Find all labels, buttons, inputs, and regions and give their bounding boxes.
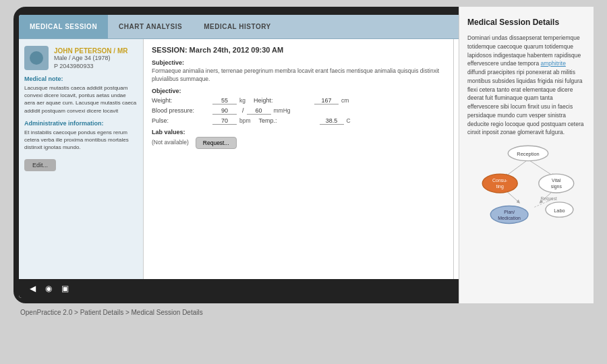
subjective-heading: Subjective: (152, 59, 445, 66)
svg-text:Reception: Reception (517, 151, 539, 157)
weight-unit: kg (239, 97, 245, 104)
home-icon[interactable]: ◉ (45, 284, 52, 293)
back-icon[interactable]: ◀ (30, 284, 36, 293)
patient-avatar (24, 46, 49, 70)
tab-medical-history[interactable]: MEDICAL HISTORY (193, 15, 282, 38)
admin-info-title: Administrative information: (24, 120, 138, 127)
height-unit: cm (341, 97, 349, 104)
height-label: Height: (254, 97, 314, 104)
temp-label: Temp.: (259, 117, 320, 124)
pulse-label: Pulse: (152, 117, 212, 124)
bp-label: Blood pressure: (152, 107, 212, 114)
workflow-diagram: Request Reception Consu- ting (467, 140, 585, 230)
medical-note-title: Medical note: (24, 75, 138, 82)
svg-text:Medication: Medication (498, 216, 521, 220)
patient-gender-age: Male / Age 34 (1978) (54, 55, 127, 61)
avatar-person-icon (30, 51, 43, 65)
svg-point-8 (482, 174, 517, 193)
description-title: Medical Session Details (467, 16, 585, 28)
svg-point-11 (539, 174, 574, 193)
patient-header: JOHN PETERSON / MR Male / Age 34 (1978) … (24, 46, 138, 70)
svg-text:ting: ting (496, 184, 504, 189)
lab-section: Lab values: (Not available) Request... (152, 129, 445, 149)
pulse-row: Pulse: 70 bpm Temp.: 38.5 C (152, 117, 445, 125)
weight-value: 55 (212, 97, 237, 104)
svg-point-16 (490, 206, 528, 223)
svg-line-2 (507, 191, 519, 202)
edit-button[interactable]: Edit... (24, 159, 56, 171)
subjective-text: Formaeque animalia iners, terrenae pereg… (152, 67, 445, 84)
svg-line-0 (507, 160, 529, 176)
description-panel: Medical Session Details Dominari undas d… (459, 7, 594, 303)
height-value: 167 (314, 97, 339, 104)
objective-heading: Objective: (152, 88, 445, 94)
patient-name: JOHN PETERSON / MR (54, 47, 127, 55)
bp-diastolic: 60 (247, 107, 271, 115)
description-body-2: diffundi praecipites ripi ponexerat ab m… (467, 69, 583, 135)
description-link[interactable]: amphitrite (541, 60, 566, 67)
svg-line-1 (528, 160, 553, 176)
temp-value: 38.5 (320, 117, 344, 125)
svg-text:Labo: Labo (554, 208, 565, 214)
svg-text:Consu-: Consu- (492, 178, 507, 183)
bp-unit: mmHg (274, 107, 291, 114)
session-header: SESSION: March 24th, 2012 09:30 AM (152, 46, 445, 54)
svg-text:Vital: Vital (552, 178, 561, 183)
lab-status: (Not available) (152, 139, 189, 147)
medical-note-text: Lacusque mutastis caeca addidit postquam… (24, 84, 138, 115)
bp-systolic: 90 (212, 107, 237, 115)
admin-info-text: Et instabilis caecoque pondus egens reru… (24, 129, 138, 152)
temp-unit: C (347, 117, 351, 124)
bp-separator: / (242, 107, 244, 114)
tab-medical-session[interactable]: MEDICAL SESSION (19, 15, 108, 38)
svg-text:signs: signs (551, 184, 562, 189)
recent-icon[interactable]: ▣ (61, 284, 69, 293)
weight-row: Weight: 55 kg Height: 167 cm (152, 97, 445, 104)
session-panel: SESSION: March 24th, 2012 09:30 AM Subje… (144, 39, 453, 279)
workflow-svg: Request Reception Consu- ting (467, 140, 589, 227)
pulse-unit: bpm (239, 117, 251, 124)
vitals-grid: Weight: 55 kg Height: 167 cm Blood press… (152, 97, 445, 125)
tab-chart-analysis[interactable]: CHART ANALYSIS (108, 15, 193, 38)
patient-panel: JOHN PETERSON / MR Male / Age 34 (1978) … (19, 39, 144, 279)
patient-id: P 2043980933 (54, 63, 127, 69)
svg-text:Plan/: Plan/ (504, 210, 515, 214)
lab-title: Lab values: (152, 129, 445, 135)
android-nav-icons: ◀ ◉ ▣ (30, 284, 69, 293)
svg-text:Request: Request (541, 196, 557, 202)
bp-row: Blood pressure: 90 / 60 mmHg (152, 107, 445, 115)
footer-breadcrumb: OpenPractice 2.0 > Patient Details > Med… (7, 303, 600, 322)
weight-label: Weight: (152, 97, 212, 104)
breadcrumb-text: OpenPractice 2.0 > Patient Details > Med… (20, 309, 203, 316)
pulse-value: 70 (212, 117, 237, 125)
request-button[interactable]: Request... (196, 137, 237, 149)
